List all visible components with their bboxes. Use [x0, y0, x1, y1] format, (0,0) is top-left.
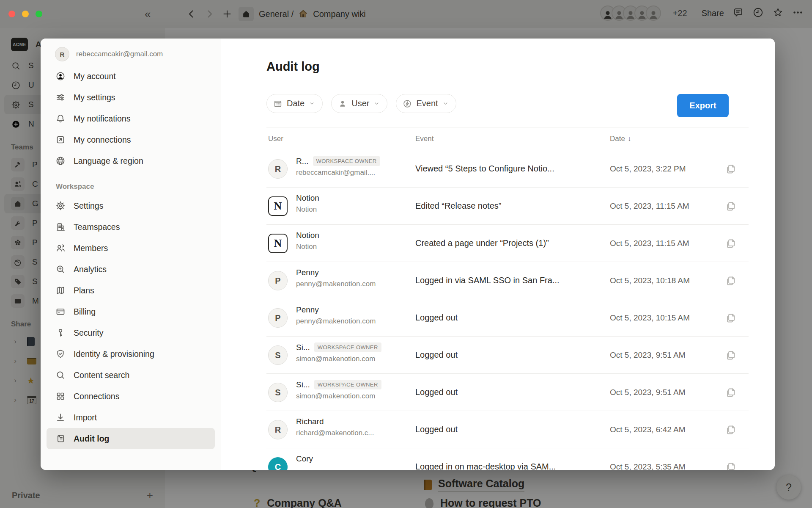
sidebar-item-my-settings[interactable]: My settings	[47, 87, 215, 108]
workspace-owner-badge: WORKSPACE OWNER	[314, 342, 381, 352]
sidebar-item-content-search[interactable]: Content search	[47, 364, 215, 386]
event-column-header: Event	[415, 127, 433, 150]
export-button[interactable]: Export	[677, 94, 729, 117]
close-window-button[interactable]	[8, 11, 15, 17]
user-avatar: P	[268, 271, 288, 290]
event-description: Logged out	[415, 374, 458, 411]
event-date: Oct 5, 2023, 10:15 AM	[610, 299, 690, 336]
search-plus-icon	[55, 264, 66, 274]
shield-icon	[55, 349, 66, 359]
table-row[interactable]: C Cory Logged in on mac-desktop via SAM.…	[266, 448, 749, 470]
account-header: R rebeccamcakir@gmail.com	[41, 45, 221, 66]
sidebar-item-analytics[interactable]: Analytics	[47, 259, 215, 280]
window-controls	[8, 11, 42, 17]
copy-icon[interactable]	[725, 350, 737, 361]
user-avatar: S	[268, 345, 288, 365]
user-circle-icon	[55, 71, 66, 81]
user-filter-button[interactable]: User	[331, 94, 387, 113]
event-filter-button[interactable]: Event	[396, 94, 456, 113]
event-date: Oct 5, 2023, 3:22 PM	[610, 150, 686, 187]
user-avatar: R	[268, 159, 288, 179]
sidebar-item-my-notifications[interactable]: My notifications	[47, 108, 215, 129]
date-filter-button[interactable]: Date	[266, 94, 323, 113]
date-column-header[interactable]: Date↓	[610, 127, 631, 150]
sidebar-item-security[interactable]: Security	[47, 322, 215, 343]
chevron-down-icon	[309, 100, 315, 107]
copy-icon[interactable]	[725, 238, 737, 249]
workspace-owner-badge: WORKSPACE OWNER	[314, 380, 381, 389]
user-column-header: User	[268, 127, 283, 150]
event-date: Oct 5, 2023, 11:15 AM	[610, 225, 689, 262]
sidebar-item-connections[interactable]: Connections	[47, 386, 215, 407]
user-email: penny@makenotion.com	[296, 280, 410, 288]
account-email: rebeccamcakir@gmail.com	[76, 50, 163, 58]
bell-icon	[55, 113, 66, 124]
table-row[interactable]: S Si... WORKSPACE OWNER simon@makenotion…	[266, 337, 749, 374]
event-date: Oct 5, 2023, 5:35 AM	[610, 448, 686, 470]
user-name: Notion	[296, 193, 319, 203]
audit-log-table: User Event Date↓ R R... WORKSPACE OWNER …	[266, 127, 749, 470]
event-date: Oct 5, 2023, 6:42 AM	[610, 411, 686, 448]
account-avatar: R	[55, 47, 69, 61]
user-email: Notion	[296, 243, 410, 251]
key-icon	[55, 328, 66, 338]
settings-sidebar: R rebeccamcakir@gmail.com My account My …	[41, 39, 221, 470]
user-email: rebeccamcakir@gmail....	[296, 168, 410, 177]
sidebar-item-billing[interactable]: Billing	[47, 301, 215, 322]
sidebar-item-import[interactable]: Import	[47, 407, 215, 428]
sidebar-item-members[interactable]: Members	[47, 237, 215, 259]
sidebar-item-audit-log[interactable]: Audit log	[47, 428, 215, 449]
table-row[interactable]: S Si... WORKSPACE OWNER simon@makenotion…	[266, 374, 749, 411]
sidebar-item-identity-provisioning[interactable]: Identity & provisioning	[47, 343, 215, 364]
copy-icon[interactable]	[725, 387, 737, 398]
workspace-section-label: Workspace	[56, 182, 221, 191]
grid-icon	[55, 391, 66, 401]
sidebar-item-settings[interactable]: Settings	[47, 195, 215, 216]
settings-modal: R rebeccamcakir@gmail.com My account My …	[41, 39, 775, 470]
copy-icon[interactable]	[725, 424, 737, 436]
table-header: User Event Date↓	[266, 127, 749, 150]
user-name: R...	[296, 157, 309, 166]
copy-icon[interactable]	[725, 163, 737, 175]
event-description: Created a page under “Projects (1)”	[415, 225, 549, 262]
page-title: Audit log	[266, 60, 320, 74]
sidebar-item-plans[interactable]: Plans	[47, 280, 215, 301]
user-email: simon@makenotion.com	[296, 392, 410, 400]
user-name: Cory	[296, 454, 313, 464]
copy-icon[interactable]	[725, 275, 737, 287]
sidebar-item-teamspaces[interactable]: Teamspaces	[47, 216, 215, 237]
chevron-down-icon	[442, 100, 449, 107]
chevron-down-icon	[373, 100, 380, 107]
zoom-window-button[interactable]	[36, 11, 42, 17]
table-row[interactable]: N Notion Notion Edited “Release notes” O…	[266, 188, 749, 225]
event-description: Logged out	[415, 411, 458, 448]
sidebar-item-my-account[interactable]: My account	[47, 66, 215, 87]
table-row[interactable]: P Penny penny@makenotion.com Logged in v…	[266, 262, 749, 299]
table-row[interactable]: N Notion Notion Created a page under “Pr…	[266, 225, 749, 262]
sidebar-item-my-connections[interactable]: My connections	[47, 129, 215, 150]
sort-descending-icon: ↓	[628, 135, 631, 143]
event-description: Edited “Release notes”	[415, 188, 501, 224]
user-avatar: C	[268, 457, 288, 470]
user-email: simon@makenotion.com	[296, 355, 410, 363]
copy-icon[interactable]	[725, 312, 737, 324]
table-row[interactable]: P Penny penny@makenotion.com Logged out …	[266, 299, 749, 337]
event-description: Logged in on mac-desktop via SAM...	[415, 448, 556, 470]
event-date: Oct 5, 2023, 9:51 AM	[610, 337, 686, 373]
user-avatar: P	[268, 308, 288, 328]
building-icon	[55, 222, 66, 232]
event-date: Oct 5, 2023, 9:51 AM	[610, 374, 686, 411]
sidebar-item-language-region[interactable]: Language & region	[47, 150, 215, 171]
copy-icon[interactable]	[725, 461, 737, 470]
audit-log-panel: Audit log Date User Event Ex	[221, 39, 775, 470]
minimize-window-button[interactable]	[22, 11, 29, 17]
copy-icon[interactable]	[725, 201, 737, 212]
user-name: Richard	[296, 417, 324, 426]
table-row[interactable]: R Richard richard@makenotion.c... Logged…	[266, 411, 749, 448]
user-email: penny@makenotion.com	[296, 317, 410, 326]
user-avatar: N	[268, 196, 288, 216]
workspace-owner-badge: WORKSPACE OWNER	[313, 156, 380, 166]
user-name: Si...	[296, 380, 310, 389]
globe-icon	[55, 156, 66, 166]
table-row[interactable]: R R... WORKSPACE OWNER rebeccamcakir@gma…	[266, 150, 749, 188]
